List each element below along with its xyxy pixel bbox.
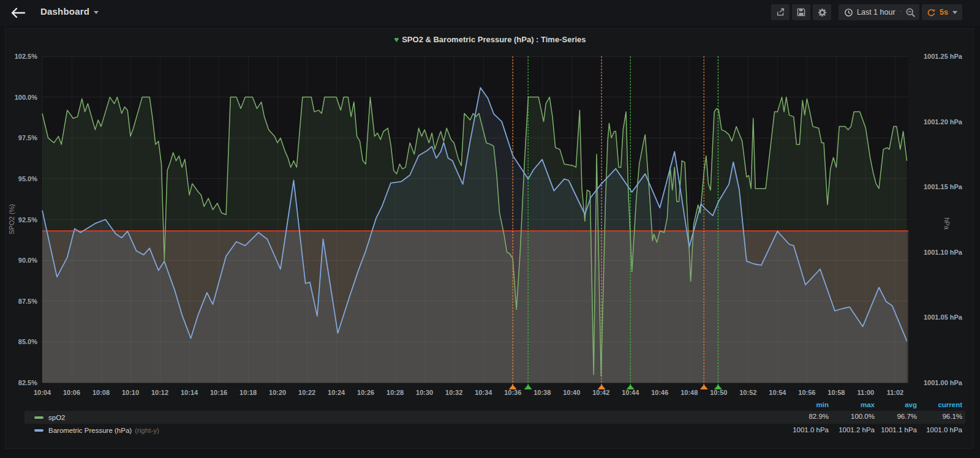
svg-text:1001.15 hPa: 1001.15 hPa	[924, 183, 963, 190]
svg-text:87.5%: 87.5%	[18, 298, 37, 305]
legend-series-label[interactable]: spO2	[48, 414, 66, 421]
svg-text:85.0%: 85.0%	[18, 338, 37, 345]
legend-col-current[interactable]: current	[938, 401, 962, 408]
svg-text:10:34: 10:34	[475, 389, 492, 396]
legend-series-color-dash[interactable]	[34, 416, 43, 419]
svg-text:10:18: 10:18	[239, 389, 257, 396]
svg-text:1001.00 hPa: 1001.00 hPa	[924, 379, 963, 386]
legend-col-max[interactable]: max	[861, 401, 875, 408]
svg-text:97.5%: 97.5%	[18, 134, 37, 141]
svg-text:1001.10 hPa: 1001.10 hPa	[924, 249, 963, 256]
svg-text:10:36: 10:36	[504, 389, 521, 396]
svg-text:10:26: 10:26	[357, 389, 374, 396]
svg-text:10:32: 10:32	[445, 389, 462, 396]
svg-text:10:56: 10:56	[798, 389, 815, 396]
legend-stat-value: 1001.1 hPa	[881, 426, 917, 434]
legend-stat-value: 1001.2 hPa	[839, 426, 875, 434]
legend-table: minmaxavgcurrent spO282.9%100.0%96.7%96.…	[24, 400, 965, 437]
svg-text:11:02: 11:02	[887, 389, 904, 396]
svg-text:10:50: 10:50	[710, 389, 727, 396]
svg-text:11:00: 11:00	[858, 389, 875, 396]
svg-text:1001.05 hPa: 1001.05 hPa	[924, 313, 963, 321]
legend-series-label[interactable]: Barometric Pressure (hPa)	[48, 427, 132, 434]
legend-header-row: minmaxavgcurrent	[24, 400, 965, 411]
annotation-marker-ok[interactable]	[524, 385, 532, 389]
svg-text:10:38: 10:38	[533, 389, 551, 396]
svg-text:1001.20 hPa: 1001.20 hPa	[924, 118, 963, 126]
annotation-marker-alert[interactable]	[700, 385, 708, 389]
svg-text:82.5%: 82.5%	[18, 379, 37, 386]
svg-text:10:22: 10:22	[298, 389, 315, 396]
svg-text:10:42: 10:42	[592, 389, 609, 396]
svg-text:10:16: 10:16	[210, 389, 227, 396]
svg-text:102.5%: 102.5%	[15, 53, 38, 60]
svg-text:95.0%: 95.0%	[18, 175, 37, 182]
legend-stat-value: 96.1%	[942, 413, 962, 420]
svg-text:10:06: 10:06	[63, 389, 80, 396]
legend-col-min[interactable]: min	[816, 401, 829, 408]
svg-text:10:54: 10:54	[769, 389, 786, 396]
legend-stat-value: 96.7%	[897, 413, 917, 420]
svg-text:10:12: 10:12	[151, 389, 168, 396]
time-series-chart[interactable]: 102.5%100.0%97.5%95.0%92.5%90.0%87.5%85.…	[0, 0, 980, 458]
svg-text:10:14: 10:14	[181, 389, 198, 396]
legend-stat-value: 1001.0 hPa	[926, 426, 962, 434]
grafana-dashboard: Dashboard	[0, 0, 980, 458]
svg-text:10:30: 10:30	[416, 389, 433, 396]
svg-text:10:44: 10:44	[622, 389, 639, 396]
y-right-axis-title: hPa	[943, 217, 951, 230]
svg-text:10:58: 10:58	[827, 389, 845, 396]
svg-text:10:24: 10:24	[328, 389, 345, 396]
legend-row: spO282.9%100.0%96.7%96.1%	[24, 411, 965, 424]
svg-text:10:28: 10:28	[386, 389, 404, 396]
legend-stat-value: 1001.0 hPa	[793, 426, 829, 434]
svg-text:10:20: 10:20	[269, 389, 286, 396]
svg-text:10:10: 10:10	[122, 389, 139, 396]
svg-text:100.0%: 100.0%	[15, 94, 38, 101]
svg-text:1001.25 hPa: 1001.25 hPa	[924, 53, 963, 60]
legend-series-suffix: (right-y)	[135, 427, 159, 434]
svg-text:10:48: 10:48	[680, 389, 698, 396]
svg-text:10:04: 10:04	[34, 389, 51, 396]
legend-stat-value: 100.0%	[851, 413, 875, 420]
legend-row: Barometric Pressure (hPa)(right-y)1001.0…	[24, 424, 965, 437]
svg-text:10:46: 10:46	[651, 389, 668, 396]
svg-text:10:08: 10:08	[92, 389, 110, 396]
legend-col-avg[interactable]: avg	[905, 401, 917, 408]
y-left-axis-title: SPO2 (%)	[8, 204, 15, 235]
legend-series-color-dash[interactable]	[34, 429, 43, 432]
svg-text:10:40: 10:40	[563, 389, 580, 396]
svg-text:10:52: 10:52	[739, 389, 756, 396]
svg-text:90.0%: 90.0%	[18, 257, 37, 264]
legend-stat-value: 82.9%	[809, 413, 829, 420]
svg-text:92.5%: 92.5%	[18, 216, 37, 223]
